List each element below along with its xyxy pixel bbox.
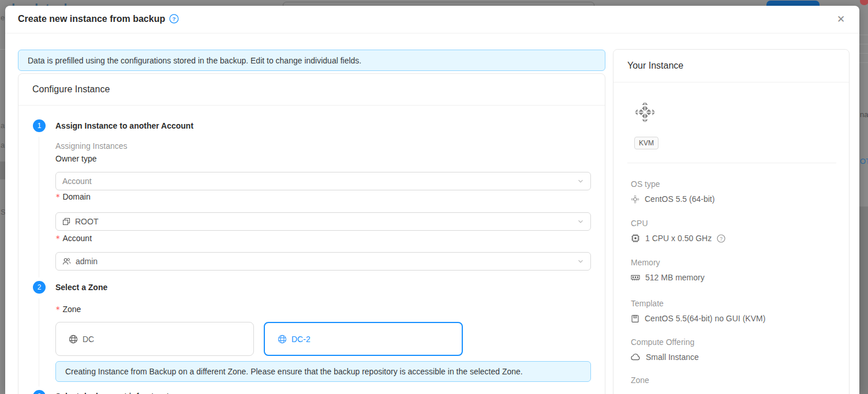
summary-memory-label: Memory [631, 257, 660, 268]
centos-logo-icon [634, 102, 656, 123]
background-divider-fragment [0, 49, 5, 50]
background-search-box [283, 2, 594, 6]
summary-value: Small Instance [646, 352, 699, 362]
background-text-fragment: a [1, 121, 5, 130]
cpu-help-icon[interactable]: ? [717, 234, 725, 243]
account-value: admin [76, 257, 577, 266]
background-text-fragment: e [1, 13, 5, 22]
zone-option-dc-2[interactable]: DC-2 [264, 322, 463, 356]
zone-label-text: Zone [62, 305, 81, 314]
summary-cpu-value: 1 CPU x 0.50 GHz ? [631, 233, 725, 243]
step-1-title: Assign Instance to another Account [55, 119, 193, 132]
summary-compute-offering-label: Compute Offering [631, 337, 694, 347]
summary-os-type-label: OS type [631, 179, 660, 189]
step-2-title: Select a Zone [55, 281, 107, 294]
centos-icon [631, 195, 639, 204]
modal-title: Create new instance from backup? [18, 14, 179, 24]
summary-template-label: Template [631, 298, 664, 309]
step-2-badge: 2 [33, 281, 46, 294]
chevron-down-icon [577, 178, 584, 185]
background-text-fragment: S [1, 208, 5, 216]
summary-os-type-value: CentOS 5.5 (64-bit) [631, 194, 714, 204]
domain-label-text: Domain [62, 192, 90, 201]
memory-icon [631, 273, 640, 282]
summary-value: 1 CPU x 0.50 GHz [645, 233, 712, 243]
background-primary-button [766, 1, 820, 6]
background-panel-fragment [859, 207, 868, 394]
cloud-icon [631, 353, 641, 361]
background-right-strip: na OT [859, 6, 868, 394]
account-label-text: Account [62, 234, 92, 243]
globe-icon [69, 335, 78, 344]
svg-text:?: ? [720, 235, 723, 241]
owner-type-select[interactable]: Account [55, 172, 591, 190]
owner-type-label: Owner type [55, 153, 97, 164]
owner-type-value: Account [62, 177, 577, 186]
background-menu-highlight-fragment [0, 162, 5, 179]
summary-memory-value: 512 MB memory [631, 272, 705, 283]
zone-option-dc[interactable]: DC [55, 322, 254, 356]
chevron-down-icon [577, 258, 584, 265]
summary-value: CentOS 5.5 (64-bit) [645, 194, 714, 204]
summary-label: Zone [631, 375, 649, 385]
zone-option-label: DC [83, 335, 94, 344]
hypervisor-tag: KVM [634, 137, 659, 149]
background-row-line [859, 44, 868, 44]
step-3-title: Select deployment infrastructure [55, 390, 182, 394]
background-text-fragment: na [860, 110, 868, 119]
domain-label: *Domain [55, 192, 91, 202]
summary-value: CentOS 5.5(64-bit) no GUI (KVM) [645, 313, 765, 324]
summary-label: Memory [631, 257, 660, 268]
summary-label: CPU [631, 218, 648, 228]
summary-cpu-label: CPU [631, 218, 648, 228]
step-connector-line [39, 137, 39, 277]
step-connector-line [39, 298, 39, 387]
modal-title-text: Create new instance from backup [18, 14, 165, 24]
summary-label: Compute Offering [631, 337, 694, 347]
required-mark: * [55, 234, 60, 243]
background-left-strip: e a a S [0, 6, 5, 394]
zone-label: *Zone [55, 304, 81, 314]
summary-value: 512 MB memory [645, 272, 705, 283]
your-instance-card: Your Instance KVM OS type CentOS 5.5 (64… [613, 49, 850, 394]
help-icon[interactable]: ? [169, 14, 179, 24]
zone-warning-alert: Creating Instance from Backup on a diffe… [55, 361, 591, 382]
background-text-fragment: a [1, 141, 5, 149]
background-row-line [859, 62, 868, 63]
chevron-down-icon [577, 218, 584, 225]
summary-zone-label: Zone [631, 375, 649, 385]
cpu-icon [631, 234, 640, 243]
background-row-line [859, 53, 868, 54]
required-mark: * [55, 305, 60, 314]
account-select[interactable]: admin [55, 252, 591, 271]
domain-select[interactable]: ROOT [55, 212, 591, 231]
assigning-instances-hint: Assigning Instances [55, 141, 128, 151]
summary-label: OS type [631, 179, 660, 189]
account-label: *Account [55, 233, 92, 243]
template-icon [631, 314, 639, 323]
modal-header: Create new instance from backup? ✕ [5, 6, 859, 33]
zone-option-label: DC-2 [291, 335, 310, 344]
summary-divider [627, 163, 836, 163]
background-top-strip: cloudstack [0, 0, 868, 6]
configure-instance-card-title: Configure Instance [18, 74, 605, 106]
step-1-badge: 1 [33, 119, 46, 132]
your-instance-title: Your Instance [613, 50, 849, 82]
cloudstack-logo: cloudstack [5, 1, 71, 6]
zone-warning-text: Creating Instance from Backup on a diffe… [65, 367, 523, 376]
globe-icon [278, 335, 287, 344]
summary-label: Template [631, 298, 664, 309]
create-instance-modal: Create new instance from backup? ✕ Data … [5, 6, 859, 394]
close-icon[interactable]: ✕ [834, 13, 848, 27]
required-mark: * [55, 192, 60, 201]
team-icon [62, 257, 71, 265]
prefill-info-alert: Data is prefilled using the configuratio… [18, 50, 605, 71]
summary-template-value: CentOS 5.5(64-bit) no GUI (KVM) [631, 313, 765, 324]
domain-value: ROOT [75, 217, 577, 226]
background-link-fragment: OT [860, 157, 868, 166]
background-row-line [859, 35, 868, 35]
svg-text:?: ? [173, 16, 176, 22]
background-notification-badge [860, 0, 868, 5]
summary-compute-offering-value: Small Instance [631, 352, 699, 362]
prefill-info-text: Data is prefilled using the configuratio… [28, 56, 361, 65]
